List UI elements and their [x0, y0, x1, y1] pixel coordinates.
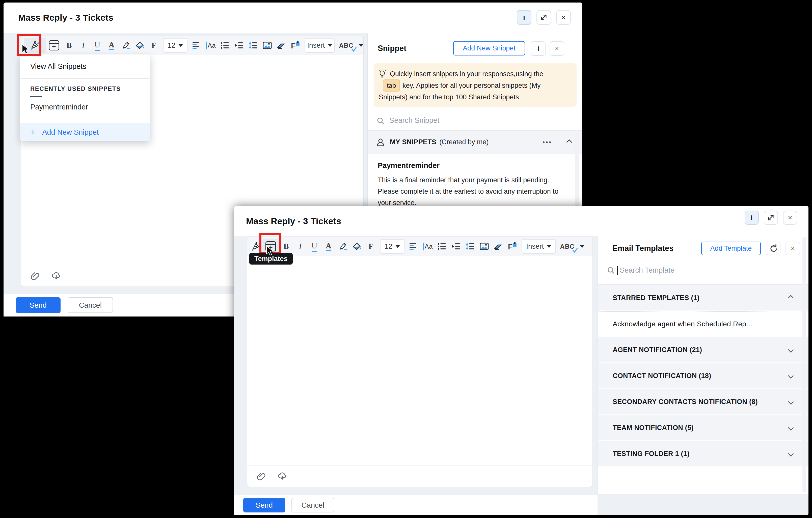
highlight-button[interactable] — [119, 37, 133, 53]
snippet-search-row — [368, 111, 582, 130]
italic-button[interactable]: I — [76, 37, 90, 53]
my-snippets-section[interactable]: MY SNIPPETS (Created by me) ••• — [368, 130, 582, 154]
text-case-button[interactable]: Aa — [420, 239, 435, 254]
chevron-down-icon — [580, 245, 584, 248]
mouse-cursor — [266, 245, 273, 256]
format-painter-button[interactable] — [505, 239, 520, 254]
more-options-icon[interactable]: ••• — [543, 139, 552, 146]
indent-button[interactable] — [232, 37, 246, 53]
templates-button[interactable] — [46, 37, 62, 53]
template-row[interactable]: Acknowledge agent when Scheduled Rep... — [598, 311, 809, 337]
close-button[interactable]: × — [783, 211, 797, 225]
line-height-button[interactable] — [246, 37, 260, 53]
attach-file-icon[interactable] — [256, 471, 267, 481]
add-template-button[interactable]: Add Template — [701, 242, 761, 255]
template-search-input[interactable] — [617, 266, 764, 275]
font-color-button[interactable]: A — [321, 239, 336, 254]
font-size-select[interactable]: 12 — [380, 239, 405, 254]
font-size-select[interactable]: 12 — [163, 38, 187, 53]
indent-button[interactable] — [449, 239, 463, 254]
templates-scrollbar[interactable] — [803, 237, 807, 492]
snippet-close-button[interactable]: × — [550, 41, 564, 56]
template-row[interactable]: AGENT NOTIFICATION (21) — [598, 337, 809, 363]
menu-recent-snippet[interactable]: Paymentreminder — [20, 97, 150, 117]
attach-file-icon[interactable] — [30, 271, 41, 281]
spellcheck-button[interactable]: ABC — [558, 239, 577, 254]
info-button[interactable]: i — [517, 10, 531, 25]
toolbar-more-button[interactable] — [577, 239, 588, 254]
close-button[interactable]: × — [556, 10, 571, 25]
highlight-button[interactable] — [336, 239, 350, 254]
collapse-chevron-icon[interactable] — [567, 139, 572, 145]
insert-image-button[interactable] — [260, 37, 274, 53]
info-icon: i — [537, 44, 539, 53]
underline-button[interactable]: U — [307, 239, 321, 254]
fill-color-button[interactable] — [350, 239, 364, 254]
plus-icon: + — [30, 128, 36, 137]
spellcheck-button[interactable]: ABC — [337, 37, 355, 53]
snippet-item-body: This is a final reminder that your payme… — [378, 175, 571, 209]
font-size-value: 12 — [384, 242, 393, 250]
toolbar-more-button[interactable] — [355, 37, 367, 53]
paint-bucket-icon — [351, 241, 362, 251]
cloud-attach-icon[interactable] — [277, 471, 288, 481]
template-row-label: CONTACT NOTIFICATION (18) — [613, 372, 711, 380]
send-button[interactable]: Send — [16, 297, 61, 313]
align-button[interactable] — [190, 37, 204, 53]
insert-select[interactable]: Insert — [522, 239, 556, 254]
template-row[interactable]: TEAM NOTIFICATION (5) — [598, 415, 809, 441]
template-row[interactable]: SECONDARY CONTACTS NOTIFICATION (8) — [598, 389, 809, 415]
expand-button[interactable] — [536, 10, 551, 25]
line-height-button[interactable] — [463, 239, 477, 254]
eraser-button[interactable] — [491, 239, 505, 254]
cancel-button[interactable]: Cancel — [291, 498, 334, 513]
bold-button[interactable]: B — [279, 239, 293, 254]
underline-label: U — [95, 40, 100, 51]
template-row[interactable]: TESTING FOLDER 1 (1) — [598, 441, 809, 467]
expand-button[interactable] — [764, 211, 778, 225]
chevron-icon — [788, 373, 794, 379]
menu-add-new-snippet[interactable]: + Add New Snippet — [20, 123, 150, 141]
font-size-value: 12 — [168, 41, 175, 50]
send-button[interactable]: Send — [243, 498, 285, 513]
bullet-list-icon — [220, 40, 230, 51]
snippet-search-input[interactable] — [387, 116, 537, 125]
bullet-list-button[interactable] — [218, 37, 232, 53]
reply-editor: B I U A F 12 Aa Insert — [247, 237, 593, 487]
image-icon — [479, 241, 489, 251]
insert-image-button[interactable] — [477, 239, 491, 254]
recently-used-label: RECENTLY USED SNIPPETS — [30, 85, 150, 92]
template-row[interactable]: STARRED TEMPLATES (1) — [598, 285, 809, 311]
bullet-list-button[interactable] — [435, 239, 449, 254]
refresh-button[interactable] — [766, 242, 780, 255]
info-icon: i — [751, 214, 753, 222]
menu-view-all-snippets[interactable]: View All Snippets — [20, 55, 150, 78]
italic-button[interactable]: I — [293, 239, 307, 254]
my-snippets-subtitle: (Created by me) — [439, 138, 489, 146]
close-icon: × — [791, 245, 794, 252]
bold-button[interactable]: B — [62, 37, 76, 53]
eraser-button[interactable] — [274, 37, 288, 53]
font-family-button[interactable]: F — [364, 239, 378, 254]
cancel-button[interactable]: Cancel — [68, 297, 113, 313]
add-new-snippet-button[interactable]: Add New Snippet — [453, 41, 525, 56]
window1-title: Mass Reply - 3 Tickets — [18, 12, 113, 23]
format-painter-button[interactable] — [288, 37, 302, 53]
text-case-button[interactable]: Aa — [204, 37, 218, 53]
templates-close-button[interactable]: × — [785, 242, 800, 255]
align-button[interactable] — [406, 239, 420, 254]
insert-select[interactable]: Insert — [304, 38, 335, 53]
text-case-label: Aa — [206, 41, 216, 50]
fill-color-button[interactable] — [133, 37, 147, 53]
editor-body[interactable] — [247, 256, 592, 465]
snippet-item-name[interactable]: Paymentreminder — [378, 161, 440, 170]
underline-button[interactable]: U — [90, 37, 105, 53]
cloud-attach-icon[interactable] — [51, 271, 62, 281]
my-snippets-title: MY SNIPPETS — [390, 138, 436, 146]
font-family-button[interactable]: F — [147, 37, 161, 53]
font-color-button[interactable]: A — [105, 37, 119, 53]
chevron-down-icon — [547, 245, 551, 248]
info-button[interactable]: i — [745, 211, 759, 225]
template-row[interactable]: CONTACT NOTIFICATION (18) — [598, 363, 809, 389]
snippet-info-button[interactable]: i — [531, 41, 546, 56]
